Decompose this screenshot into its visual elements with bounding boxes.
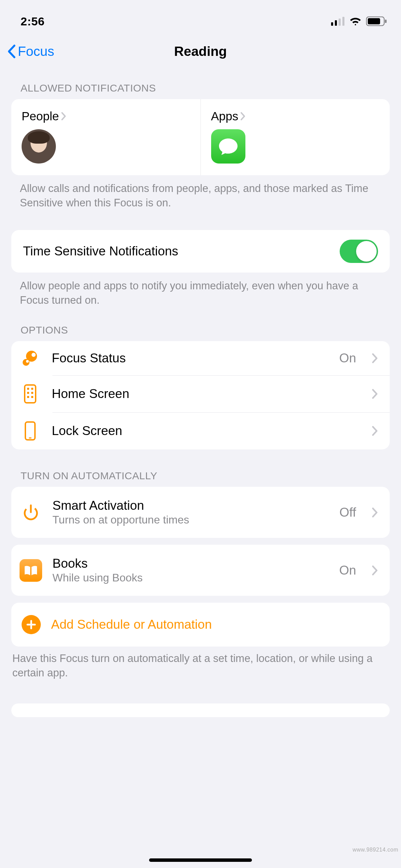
auto-title: Books <box>52 556 329 571</box>
time-sensitive-toggle[interactable] <box>340 240 378 263</box>
chevron-right-icon <box>372 389 378 399</box>
back-label: Focus <box>18 44 54 59</box>
auto-value: On <box>339 563 356 578</box>
chevron-right-icon <box>372 507 378 518</box>
svg-rect-12 <box>27 388 29 390</box>
svg-rect-16 <box>27 396 29 398</box>
cellular-signal-icon <box>331 17 345 26</box>
watermark: www.989214.com <box>353 847 398 853</box>
allowed-people-cell[interactable]: People <box>11 99 201 175</box>
svg-point-8 <box>32 353 36 357</box>
auto-sub: While using Books <box>52 571 329 584</box>
auto-footer: Have this Focus turn on automatically at… <box>0 647 401 680</box>
auto-header: TURN ON AUTOMATICALLY <box>0 449 401 487</box>
allowed-header: ALLOWED NOTIFICATIONS <box>0 69 401 99</box>
svg-rect-14 <box>27 392 29 394</box>
home-screen-row[interactable]: Home Screen <box>11 375 390 412</box>
option-title: Focus Status <box>52 351 329 365</box>
time-sensitive-card: Time Sensitive Notifications <box>11 230 390 273</box>
add-label: Add Schedule or Automation <box>51 617 212 632</box>
next-card-peek <box>11 703 390 717</box>
option-title: Home Screen <box>52 387 346 401</box>
allowed-footer: Allow calls and notifications from peopl… <box>0 175 401 210</box>
svg-rect-17 <box>31 396 33 398</box>
chevron-right-icon <box>61 112 66 121</box>
apps-label: Apps <box>211 109 239 123</box>
status-right <box>331 16 387 26</box>
focus-status-row[interactable]: Focus Status On <box>11 341 390 375</box>
smart-activation-card: Smart Activation Turns on at opportune t… <box>11 487 390 538</box>
chevron-left-icon <box>7 44 16 59</box>
page-title: Reading <box>174 44 227 59</box>
books-card: Books While using Books On <box>11 545 390 596</box>
auto-title: Smart Activation <box>52 498 329 513</box>
svg-point-9 <box>23 359 29 366</box>
svg-rect-11 <box>25 385 36 403</box>
nav-bar: Focus Reading <box>0 34 401 69</box>
auto-value: Off <box>339 505 356 520</box>
wifi-icon <box>349 16 362 26</box>
auto-sub: Turns on at opportune times <box>52 514 329 526</box>
svg-rect-2 <box>339 19 341 26</box>
lock-screen-icon <box>19 421 41 441</box>
svg-rect-18 <box>25 422 35 440</box>
power-icon <box>20 503 42 522</box>
svg-rect-19 <box>29 437 32 438</box>
focus-status-icon <box>19 350 41 366</box>
svg-rect-3 <box>342 17 344 26</box>
time-sensitive-label: Time Sensitive Notifications <box>23 244 178 258</box>
add-schedule-row[interactable]: Add Schedule or Automation <box>11 603 390 647</box>
chevron-right-icon <box>372 353 378 363</box>
content: ALLOWED NOTIFICATIONS People Apps <box>0 69 401 717</box>
time-sensitive-footer: Allow people and apps to notify you imme… <box>0 273 401 308</box>
books-row[interactable]: Books While using Books On <box>11 545 390 596</box>
books-app-icon <box>20 559 42 582</box>
chevron-right-icon <box>240 112 246 121</box>
smart-activation-row[interactable]: Smart Activation Turns on at opportune t… <box>11 487 390 538</box>
svg-rect-6 <box>385 20 387 23</box>
chevron-right-icon <box>372 565 378 576</box>
svg-rect-5 <box>368 18 380 24</box>
home-screen-icon <box>19 384 41 403</box>
back-button[interactable]: Focus <box>7 44 54 59</box>
time-sensitive-row: Time Sensitive Notifications <box>11 230 390 273</box>
messages-app-icon <box>211 129 245 164</box>
allowed-apps-cell[interactable]: Apps <box>201 99 390 175</box>
person-avatar <box>22 129 56 164</box>
svg-rect-1 <box>335 20 337 26</box>
option-title: Lock Screen <box>52 424 346 438</box>
lock-screen-row[interactable]: Lock Screen <box>11 412 390 449</box>
status-bar: 2:56 <box>0 0 401 34</box>
battery-icon <box>366 16 387 26</box>
chevron-right-icon <box>372 426 378 436</box>
options-header: OPTIONS <box>0 307 401 341</box>
people-label: People <box>22 109 59 123</box>
svg-rect-15 <box>31 392 33 394</box>
add-schedule-card: Add Schedule or Automation <box>11 603 390 647</box>
svg-rect-13 <box>31 388 33 390</box>
options-card: Focus Status On Home Screen Lock Screen <box>11 341 390 449</box>
svg-rect-0 <box>331 22 333 26</box>
svg-point-10 <box>26 360 29 363</box>
allowed-row: People Apps <box>11 99 390 175</box>
plus-icon <box>22 615 41 634</box>
option-value: On <box>339 351 356 365</box>
allowed-card: People Apps <box>11 99 390 175</box>
home-indicator[interactable] <box>149 858 252 862</box>
status-time: 2:56 <box>21 15 45 28</box>
